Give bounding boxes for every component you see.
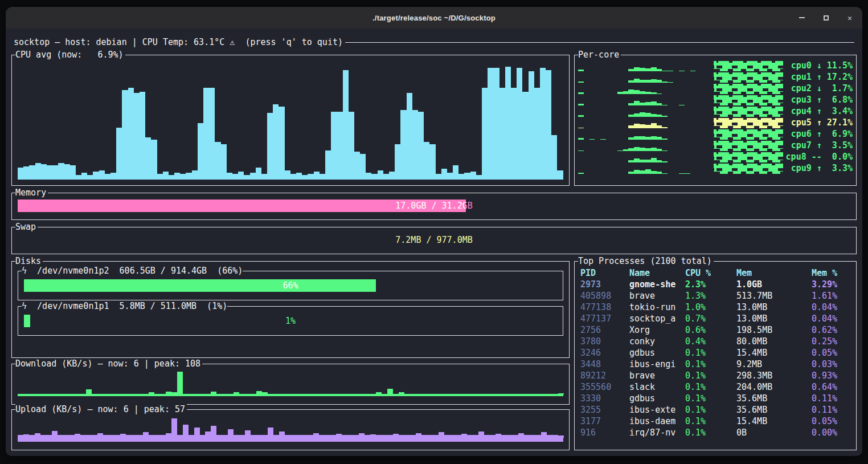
chart-bar (313, 394, 319, 394)
cell-mem: 198.5MB (736, 324, 812, 336)
sparkline-bar (578, 92, 584, 94)
sparkline-bar (651, 123, 657, 128)
chart-bar (183, 394, 189, 394)
chart-bar (97, 433, 103, 438)
sparkline-bar (679, 173, 685, 174)
chart-bar (424, 142, 429, 180)
cell-cpu: 0.1% (685, 416, 736, 427)
sparkline-bar (645, 125, 651, 128)
chart-bar (441, 169, 447, 180)
cell-pid: 405898 (580, 290, 629, 302)
core-load-block (714, 84, 783, 94)
sparkline-bar (628, 172, 634, 174)
memory-gauge: 17.0GB / 31.2GB 17.0GB / 31.2GB (18, 200, 850, 212)
table-row[interactable]: 3255ibus-exte0.1%35.6MB0.11% (580, 404, 854, 416)
close-button[interactable]: ✕ (845, 13, 854, 22)
chart-bar (234, 392, 239, 394)
table-row[interactable]: 405898brave1.3%513.7MB1.61% (580, 290, 854, 302)
core-row-cpu6: cpu6 ↑ 6.9% (578, 128, 853, 140)
sparkline-bar (651, 136, 657, 140)
chart-bar (285, 170, 290, 180)
chart-bar (365, 394, 370, 394)
disk-subpanel-1: ϟ /dev/nvme0n1p1 5.8MB / 511.0MB (1%)1% (18, 306, 563, 336)
table-row[interactable]: 477137socktop_a0.7%13.0MB0.04% (580, 313, 854, 324)
cell-pid: 477138 (580, 302, 629, 313)
cell-name: slack (629, 381, 685, 393)
maximize-button[interactable] (821, 13, 830, 22)
maximize-icon (824, 15, 829, 21)
disk-subpanel-0: ϟ /dev/nvme0n1p2 606.5GB / 914.4GB (66%)… (18, 271, 563, 300)
chart-bar (470, 172, 476, 180)
chart-bar (522, 92, 528, 180)
table-row[interactable]: 3448ibus-engi0.1%9.2MB0.03% (580, 359, 854, 370)
sparkline-bar (657, 125, 662, 128)
chart-bar (211, 392, 216, 394)
sparkline-bar (634, 113, 640, 117)
table-row[interactable]: 3780conky0.4%80.0MB0.25% (580, 336, 854, 347)
chart-bar (171, 392, 177, 394)
cell-pid: 2973 (580, 279, 629, 290)
sparkline-bar (617, 150, 623, 151)
table-row[interactable]: 3177ibus-daem0.1%15.4MB0.05% (580, 416, 854, 427)
core-load-block (714, 118, 783, 128)
core-label: cpu7 ↑ 3.5% (783, 140, 853, 151)
chart-bar (482, 88, 488, 180)
chart-bar (262, 435, 268, 438)
chart-bar (393, 394, 399, 394)
core-load-block (714, 107, 783, 117)
cell-name: ibus-exte (629, 404, 685, 416)
chart-bar (81, 173, 87, 180)
cell-mem: 298.3MB (736, 370, 812, 381)
sparkline-bar (657, 103, 662, 106)
table-row[interactable]: 355560slack0.1%204.0MB0.64% (580, 381, 854, 393)
sparkline-bar (662, 105, 668, 105)
cell-mem: 35.6MB (736, 404, 812, 416)
titlebar[interactable]: ./target/release/soc ~/D/G/socktop ✕ (6, 7, 862, 29)
cell-cpu: 0.1% (685, 393, 736, 404)
sparkline-bar (634, 136, 640, 140)
sparkline-bar (645, 137, 651, 140)
table-row[interactable]: 477138tokio-run1.0%13.0MB0.04% (580, 302, 854, 313)
chart-bar (245, 430, 251, 438)
minimize-button[interactable] (797, 13, 806, 22)
disks-panel: Disks ϟ /dev/nvme0n1p2 606.5GB / 914.4GB… (11, 261, 570, 358)
chart-bar (250, 173, 256, 180)
per-core-panel: Per-core cpu0 ↓ 11.5%cpu1 ↑ 17.2%cpu2 ↓ … (574, 55, 857, 186)
cell-name: irq/87-nv (629, 427, 685, 438)
sparkline-bar (645, 102, 651, 105)
chart-bar (273, 435, 279, 438)
core-load-block (714, 164, 783, 174)
table-row[interactable]: 2973gnome-she2.3%1.0GB3.29% (580, 279, 854, 290)
table-row[interactable]: 916irq/87-nv0.1%0B0.00% (580, 427, 854, 438)
sparkline-bar (617, 92, 623, 94)
sparkline-bar (628, 125, 634, 128)
chart-bar (18, 168, 23, 180)
cell-cpu: 0.6% (685, 324, 736, 336)
sparkline-bar (628, 137, 634, 140)
chart-bar (58, 435, 63, 438)
cell-memp: 0.05% (812, 416, 854, 427)
chart-bar (353, 394, 359, 394)
chart-bar (222, 435, 228, 438)
chart-bar (347, 435, 353, 438)
chart-bar (400, 110, 406, 180)
terminal-window: ./target/release/soc ~/D/G/socktop ✕ soc… (6, 7, 862, 456)
core-load-block (714, 129, 783, 140)
chart-bar (239, 394, 245, 394)
chart-bar (467, 394, 473, 394)
window-controls: ✕ (797, 7, 854, 29)
chart-bar (143, 394, 149, 394)
table-row[interactable]: 89212brave0.1%298.3MB0.93% (580, 370, 854, 381)
chart-bar (192, 170, 198, 180)
core-label: cpu0 ↓ 11.5% (783, 60, 853, 71)
table-row[interactable]: 3330gdbus0.1%35.6MB0.11% (580, 393, 854, 404)
sparkline-bar (662, 139, 668, 140)
core-row-cpu1: cpu1 ↑ 17.2% (578, 71, 853, 83)
table-row[interactable]: 3246gdbus0.1%15.4MB0.05% (580, 347, 854, 359)
chart-bar (433, 435, 439, 438)
chart-bar (302, 435, 308, 438)
cell-cpu: 1.0% (685, 302, 736, 313)
cell-cpu: 2.3% (685, 279, 736, 290)
table-row[interactable]: 2756Xorg0.6%198.5MB0.62% (580, 324, 854, 336)
chart-bar (342, 435, 347, 438)
